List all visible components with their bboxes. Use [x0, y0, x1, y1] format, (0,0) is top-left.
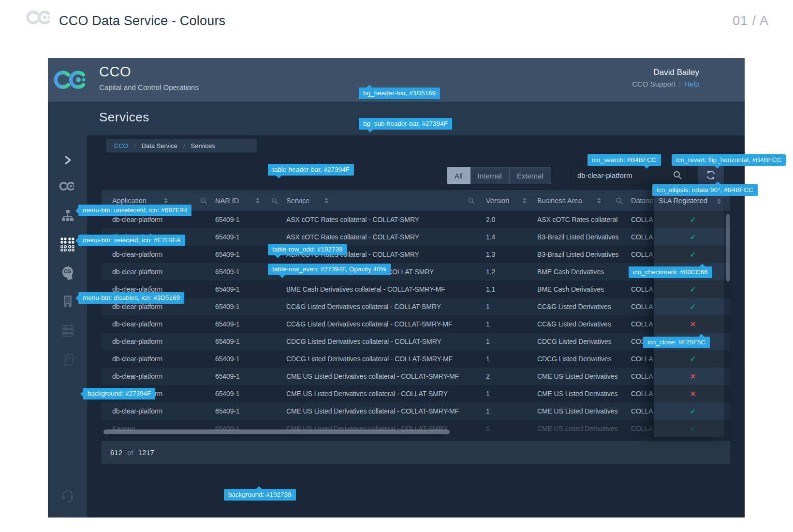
cell-dataset: COLLA: [631, 355, 654, 363]
table-row[interactable]: db-clear-platform65409-1ASX cOTC Rates c…: [102, 228, 730, 246]
search-input[interactable]: [572, 166, 674, 184]
page-title: CCO Data Service - Colours: [59, 14, 225, 29]
services-table: Application NAR ID ServiceVersion Busine…: [102, 190, 730, 437]
column-search-icon[interactable]: [468, 197, 475, 205]
cell-business-area: CME US Listed Derivatives: [537, 390, 617, 398]
table-row[interactable]: db-clear-platform65409-1CDCG Listed Deri…: [102, 350, 730, 368]
annotation-text: icn_close: #F25F5C: [647, 339, 705, 346]
scope-filter-group: AllInternalExternal: [447, 167, 551, 184]
cco-logo-icon: [54, 70, 89, 92]
sort-icon[interactable]: [164, 198, 168, 204]
cell-application: db-clear-platform: [112, 372, 162, 380]
table-row[interactable]: db-clear-platform65409-1CME US Listed De…: [102, 385, 730, 402]
cell-business-area: CME US Listed Derivatives: [537, 372, 617, 380]
column-header[interactable]: Dataset: [631, 197, 654, 205]
breadcrumb-separator: /: [183, 142, 185, 149]
column-header[interactable]: Service: [286, 197, 309, 205]
annotation-callout: menu-btn: disables, icn: #3D5169: [78, 292, 184, 304]
cell-version: 1: [486, 355, 490, 363]
filter-button-all[interactable]: All: [447, 167, 470, 184]
table-row[interactable]: db-clear-platform65409-1ASX cOTC Rates c…: [102, 211, 730, 228]
annotation-text: background: #27394F: [88, 390, 151, 397]
cell-business-area: CC&G Listed Derivatives: [537, 320, 611, 328]
vertical-scrollbar[interactable]: [726, 214, 730, 281]
filtered-count: 612: [110, 448, 122, 457]
table-row[interactable]: db-clear-platform65409-1ASX cOTC Rates c…: [102, 246, 730, 263]
filter-button-internal[interactable]: Internal: [470, 167, 510, 184]
annotation-callout: icn_checkmark: #00CC66: [629, 266, 712, 278]
apps-grid-icon: [59, 236, 75, 254]
sla-cell: ✓: [654, 350, 724, 368]
annotation-callout: icn_search: #B4BFCC: [587, 154, 661, 166]
cell-nar-id: 65409-1: [215, 338, 240, 345]
column-header[interactable]: Business Area: [537, 197, 582, 205]
checkmark-icon: ✓: [690, 355, 696, 364]
revert-button[interactable]: [698, 166, 724, 184]
sort-icon[interactable]: [256, 198, 260, 204]
sidebar-item-cco-head-unselected[interactable]: CG: [48, 264, 87, 283]
cell-nar-id: 65409-1: [215, 320, 240, 328]
cco-logo-icon: [59, 181, 76, 193]
sla-cell: ✕: [654, 385, 724, 402]
table-row[interactable]: db-clear-platform65409-1CME US Listed De…: [102, 402, 730, 420]
filter-button-external[interactable]: External: [510, 167, 551, 184]
sort-icon[interactable]: [324, 198, 328, 204]
table-row[interactable]: db-clear-platform65409-1CME US Listed De…: [102, 368, 730, 385]
app-title: CCO: [99, 64, 131, 80]
column-search-icon[interactable]: [200, 197, 207, 205]
sla-cell: ✓: [654, 211, 724, 228]
close-icon: ✕: [690, 372, 696, 381]
checkmark-icon: ✓: [690, 424, 696, 433]
cell-business-area: BME Cash Derivatives: [537, 268, 604, 276]
search-icon[interactable]: [673, 170, 682, 182]
cell-version: 1.3: [486, 251, 495, 258]
cell-version: 1.2: [486, 268, 495, 276]
sidebar: CG: [48, 102, 87, 517]
breadcrumb-cco[interactable]: CCO: [114, 142, 128, 149]
breadcrumb-separator: /: [134, 142, 136, 149]
table-row[interactable]: db-clear-platform65409-1CC&G Listed Deri…: [102, 315, 730, 333]
cell-service: ASX cOTC Rates collateral - COLLAT-SMRY: [286, 233, 419, 241]
horizontal-scrollbar[interactable]: [103, 429, 450, 434]
cell-application: db-clear-platform: [112, 355, 162, 363]
table-row[interactable]: db-clear-platform65409-1CDCG Listed Deri…: [102, 333, 730, 350]
annotation-text: icn_ellipsis: rotate 90°, #B4BFCC: [657, 186, 753, 193]
cell-dataset: COLLA: [631, 303, 654, 310]
table-row[interactable]: db-clear-platform65409-1BME Cash Derivat…: [102, 281, 730, 298]
column-header[interactable]: Version: [486, 197, 509, 205]
breadcrumb-data-service[interactable]: Data Service: [142, 142, 177, 149]
table-row[interactable]: Kannon65409-1CME US Listed Derivatives c…: [102, 420, 730, 437]
annotation-text: menu-btn: unselecetd, icn: #697E94: [83, 207, 187, 214]
sort-icon[interactable]: [717, 198, 721, 204]
cco-head-icon: CG: [60, 265, 75, 282]
annotation-text: table-row_even: #27394F, Opacity 40%: [272, 266, 386, 273]
breadcrumb-services[interactable]: Services: [191, 142, 215, 149]
column-header[interactable]: NAR ID: [215, 197, 239, 205]
cell-nar-id: 65409-1: [215, 303, 240, 310]
sort-icon[interactable]: [597, 198, 601, 204]
cell-service: ASX cOTC Rates collateral - COLLAT-SMRY: [286, 216, 419, 223]
cell-application: db-clear-platform: [112, 303, 162, 310]
user-block: David Bailey CCO Support|Help: [632, 68, 699, 88]
help-link[interactable]: Help: [684, 80, 699, 88]
sidebar-item-cco-logo[interactable]: [48, 177, 87, 197]
annotation-text: bg_header-bar, #3D5169: [363, 89, 436, 97]
cell-service: CME US Listed Derivatives collateral - C…: [286, 372, 459, 380]
sort-icon[interactable]: [523, 198, 527, 204]
annotation-callout: table-row_even: #27394F, Opacity 40%: [268, 264, 391, 275]
cell-nar-id: 65409-1: [215, 251, 240, 258]
sidebar-item-chevron-right[interactable]: [48, 151, 87, 171]
column-search-icon[interactable]: [616, 197, 623, 205]
cell-dataset: COLLA: [631, 425, 654, 432]
cell-dataset: COLLA: [631, 233, 654, 241]
sla-cell: ✓: [654, 281, 724, 298]
column-search-icon[interactable]: [271, 197, 279, 205]
cell-dataset: COLLA: [631, 320, 654, 328]
annotation-callout: bg_header-bar, #3D5169: [359, 88, 440, 99]
annotation-callout: background: #192738: [224, 489, 296, 501]
cell-version: 2.0: [486, 216, 495, 223]
cell-business-area: CC&G Listed Derivatives: [537, 303, 611, 310]
table-row[interactable]: db-clear-platform65409-1CC&G Listed Deri…: [102, 298, 730, 315]
column-header[interactable]: Application: [112, 197, 147, 205]
column-header-sla[interactable]: SLA Registered: [659, 197, 707, 205]
